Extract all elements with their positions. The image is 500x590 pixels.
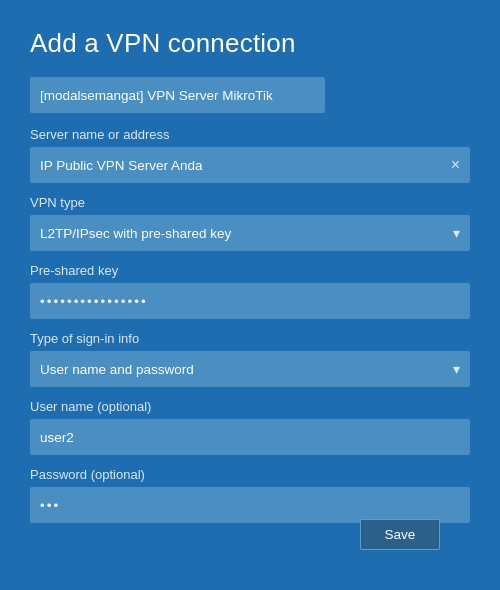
connection-name-group — [30, 77, 470, 113]
username-group: User name (optional) — [30, 399, 470, 455]
username-input[interactable] — [30, 419, 470, 455]
password-group: Password (optional) — [30, 467, 470, 523]
vpn-type-group: VPN type L2TP/IPsec with pre-shared key … — [30, 195, 470, 251]
server-name-input[interactable] — [30, 147, 470, 183]
bottom-area: Save — [30, 535, 470, 570]
vpn-type-label: VPN type — [30, 195, 470, 210]
server-name-label: Server name or address — [30, 127, 470, 142]
pre-shared-key-group: Pre-shared key — [30, 263, 470, 319]
sign-in-type-label: Type of sign-in info — [30, 331, 470, 346]
server-name-wrapper: × — [30, 147, 470, 183]
page-title: Add a VPN connection — [30, 28, 470, 59]
sign-in-type-wrapper: User name and password Certificate One-t… — [30, 351, 470, 387]
save-button[interactable]: Save — [360, 519, 440, 550]
pre-shared-key-input[interactable] — [30, 283, 470, 319]
sign-in-type-select[interactable]: User name and password Certificate One-t… — [30, 351, 470, 387]
server-name-group: Server name or address × — [30, 127, 470, 183]
sign-in-type-group: Type of sign-in info User name and passw… — [30, 331, 470, 387]
password-label: Password (optional) — [30, 467, 470, 482]
pre-shared-key-label: Pre-shared key — [30, 263, 470, 278]
server-name-clear-button[interactable]: × — [449, 157, 462, 173]
username-label: User name (optional) — [30, 399, 470, 414]
vpn-type-select[interactable]: L2TP/IPsec with pre-shared key PPTP IKEv… — [30, 215, 470, 251]
password-input[interactable] — [30, 487, 470, 523]
vpn-type-wrapper: L2TP/IPsec with pre-shared key PPTP IKEv… — [30, 215, 470, 251]
vpn-form: Add a VPN connection Server name or addr… — [0, 0, 500, 590]
connection-name-input[interactable] — [30, 77, 325, 113]
